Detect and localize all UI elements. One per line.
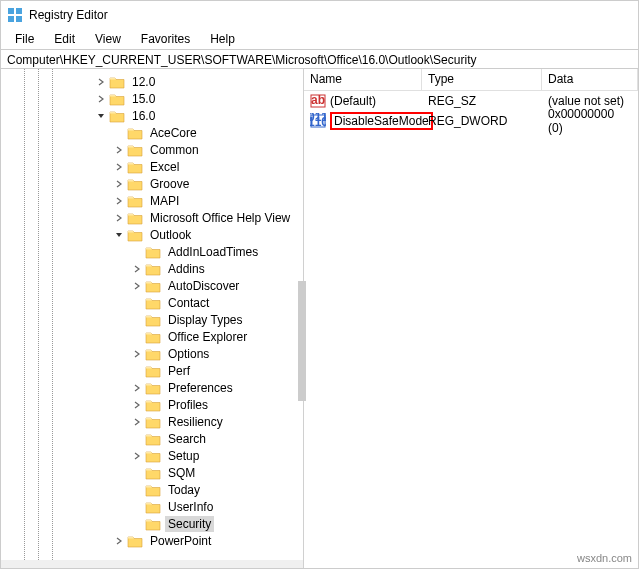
menu-view[interactable]: View — [85, 30, 131, 48]
folder-icon — [127, 143, 143, 157]
folder-icon — [145, 279, 161, 293]
chevron-right-icon[interactable] — [113, 178, 125, 190]
folder-icon — [145, 347, 161, 361]
folder-icon — [145, 449, 161, 463]
col-type[interactable]: Type — [422, 69, 542, 90]
folder-icon — [145, 313, 161, 327]
folder-icon — [109, 92, 125, 106]
pane-splitter[interactable] — [298, 281, 306, 401]
folder-icon — [127, 194, 143, 208]
watermark: wsxdn.com — [577, 552, 632, 564]
folder-icon — [145, 381, 161, 395]
folder-icon — [127, 211, 143, 225]
folder-icon — [145, 432, 161, 446]
folder-icon — [145, 296, 161, 310]
chevron-right-icon[interactable] — [131, 263, 143, 275]
chevron-right-icon[interactable] — [131, 450, 143, 462]
folder-icon — [127, 177, 143, 191]
folder-icon — [145, 517, 161, 531]
col-name[interactable]: Name — [304, 69, 422, 90]
chevron-right-icon[interactable] — [95, 76, 107, 88]
menu-bar: File Edit View Favorites Help — [1, 29, 638, 49]
folder-icon — [127, 534, 143, 548]
value-row-disablesafemode[interactable]: DisableSafeMode REG_DWORD 0x00000000 (0) — [304, 111, 638, 131]
menu-file[interactable]: File — [5, 30, 44, 48]
address-bar[interactable]: Computer\HKEY_CURRENT_USER\SOFTWARE\Micr… — [1, 49, 638, 69]
chevron-right-icon[interactable] — [113, 535, 125, 547]
folder-icon — [145, 500, 161, 514]
chevron-right-icon[interactable] — [95, 93, 107, 105]
chevron-right-icon[interactable] — [131, 416, 143, 428]
folder-icon — [145, 330, 161, 344]
values-pane[interactable]: Name Type Data (Default) REG_SZ (value n… — [303, 69, 638, 568]
tree-pane[interactable]: 12.0 15.0 16.0 AceCore Common Excel Groo… — [1, 69, 303, 568]
menu-favorites[interactable]: Favorites — [131, 30, 200, 48]
folder-icon — [109, 75, 125, 89]
window-title: Registry Editor — [29, 8, 108, 22]
value-name-edit[interactable]: DisableSafeMode — [330, 112, 433, 130]
chevron-right-icon[interactable] — [113, 144, 125, 156]
folder-icon — [145, 483, 161, 497]
chevron-right-icon[interactable] — [131, 280, 143, 292]
chevron-down-icon[interactable] — [113, 229, 125, 241]
chevron-right-icon[interactable] — [131, 399, 143, 411]
app-icon — [7, 7, 23, 23]
grid-header: Name Type Data — [304, 69, 638, 91]
col-data[interactable]: Data — [542, 69, 638, 90]
chevron-right-icon[interactable] — [131, 348, 143, 360]
folder-icon — [127, 126, 143, 140]
chevron-right-icon[interactable] — [113, 212, 125, 224]
tree-horizontal-scrollbar[interactable] — [1, 560, 303, 568]
folder-icon — [127, 160, 143, 174]
folder-icon — [145, 245, 161, 259]
folder-icon — [127, 228, 143, 242]
folder-icon — [145, 415, 161, 429]
chevron-down-icon[interactable] — [95, 110, 107, 122]
string-value-icon — [310, 93, 326, 109]
menu-edit[interactable]: Edit — [44, 30, 85, 48]
folder-icon — [145, 466, 161, 480]
binary-value-icon — [310, 113, 326, 129]
title-bar: Registry Editor — [1, 1, 638, 29]
folder-icon — [145, 364, 161, 378]
folder-icon — [109, 109, 125, 123]
folder-icon — [145, 398, 161, 412]
menu-help[interactable]: Help — [200, 30, 245, 48]
chevron-right-icon[interactable] — [131, 382, 143, 394]
chevron-right-icon[interactable] — [113, 161, 125, 173]
chevron-right-icon[interactable] — [113, 195, 125, 207]
folder-icon — [145, 262, 161, 276]
